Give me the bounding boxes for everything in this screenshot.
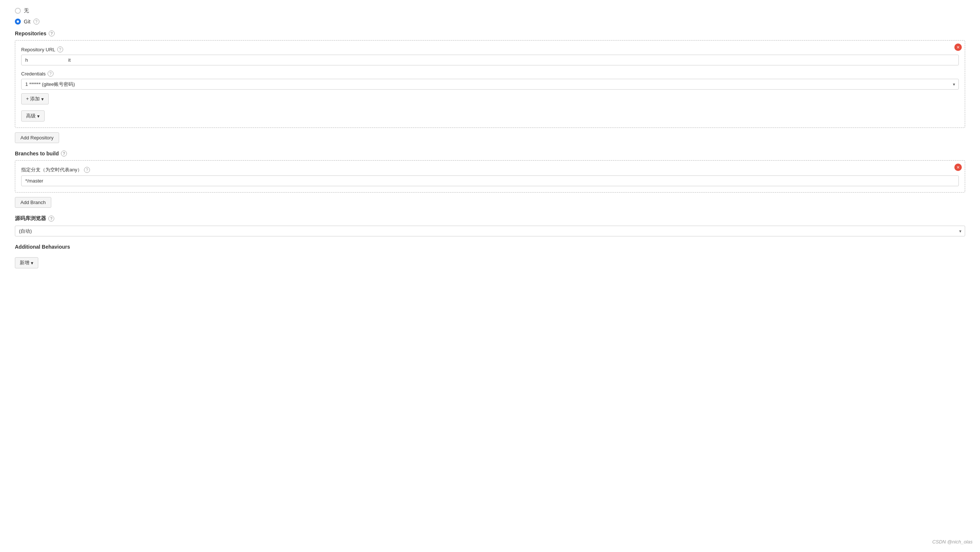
radio-none[interactable] [15,8,21,14]
additional-behaviours-label: Additional Behaviours [15,244,965,250]
repository-url-help-icon[interactable]: ? [57,46,63,52]
additional-behaviours-add-button[interactable]: 新增 ▾ [15,257,38,268]
repositories-section: Repositories ? × Repository URL ? Creden… [15,30,965,151]
credentials-select[interactable]: 1 ****** (gitee账号密码) [21,79,959,89]
repository-url-input-wrapper [21,55,959,65]
branches-section-label: Branches to build ? [15,151,965,156]
credentials-select-wrapper: 1 ****** (gitee账号密码) ▾ [21,79,959,89]
branches-section: Branches to build ? × 指定分支（为空时代表any） ? A… [15,151,965,215]
repository-close-button[interactable]: × [955,43,962,51]
credentials-add-button[interactable]: + 添加 ▾ [21,93,49,105]
branch-spec-input[interactable] [21,175,959,186]
radio-git-label: Git [24,19,30,24]
radio-git[interactable] [15,19,21,24]
branch-box: × 指定分支（为空时代表any） ? [15,160,965,192]
radio-none-label: 无 [24,8,29,14]
repository-url-input[interactable] [21,55,959,65]
repositories-label: Repositories ? [15,30,965,37]
branch-spec-label: 指定分支（为空时代表any） ? [21,167,959,173]
credentials-field-label: Credentials ? [21,71,959,76]
credentials-help-icon[interactable]: ? [48,71,54,76]
additional-behaviours-chevron-icon: ▾ [31,260,33,266]
source-browser-label: 源码库浏览器 ? [15,215,965,222]
git-help-icon[interactable]: ? [33,19,40,24]
source-browser-select[interactable]: (自动) [15,226,965,236]
credentials-add-chevron-icon: ▾ [41,96,44,102]
add-repository-button[interactable]: Add Repository [15,132,59,143]
source-browser-select-wrapper: (自动) ▾ [15,226,965,236]
source-browser-section: 源码库浏览器 ? (自动) ▾ [15,215,965,236]
source-browser-help-icon[interactable]: ? [48,216,54,221]
branch-spec-help-icon[interactable]: ? [84,167,90,173]
advanced-section: 高级 ▾ [21,107,959,122]
radio-item-git[interactable]: Git ? [15,19,965,24]
advanced-button[interactable]: 高级 ▾ [21,110,45,122]
source-control-radio-group: 无 Git ? [15,8,965,24]
add-branch-button[interactable]: Add Branch [15,197,51,208]
additional-behaviours-section: Additional Behaviours 新增 ▾ [15,244,965,268]
advanced-chevron-icon: ▾ [37,113,40,119]
repositories-help-icon[interactable]: ? [49,30,55,37]
repository-box: × Repository URL ? Credentials ? 1 *****… [15,40,965,128]
repository-url-field-label: Repository URL ? [21,46,959,52]
credentials-section: Credentials ? 1 ****** (gitee账号密码) ▾ + 添… [21,71,959,105]
radio-item-none[interactable]: 无 [15,8,965,14]
branches-help-icon[interactable]: ? [61,151,67,156]
branch-close-button[interactable]: × [955,164,962,171]
